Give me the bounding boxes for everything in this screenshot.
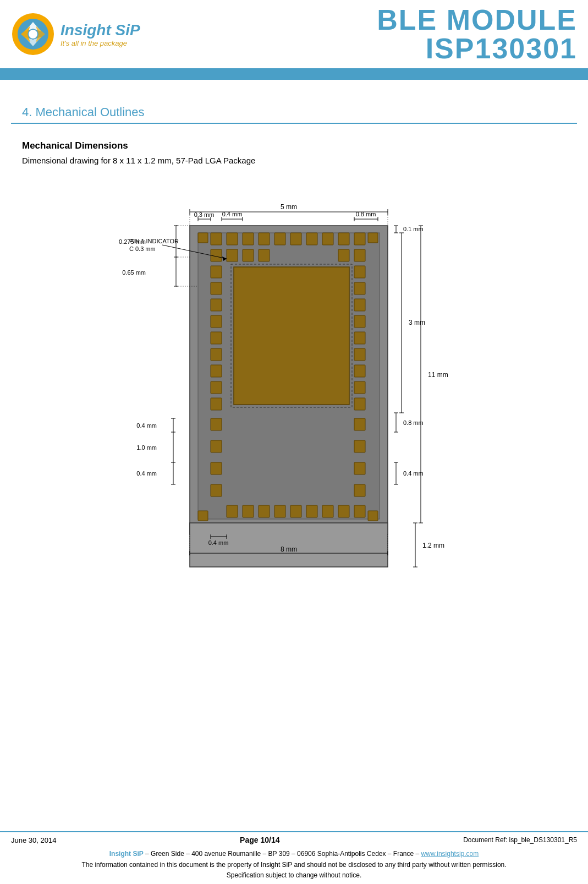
svg-text:3 mm: 3 mm <box>409 319 425 326</box>
svg-rect-19 <box>322 233 333 245</box>
svg-text:0.4 mm: 0.4 mm <box>222 211 242 217</box>
svg-rect-25 <box>259 249 270 261</box>
svg-rect-61 <box>338 505 349 517</box>
svg-text:5 mm: 5 mm <box>281 203 297 211</box>
page-footer: June 30, 2014 Page 10/14 Document Ref: i… <box>0 831 588 884</box>
svg-text:0.8 mm: 0.8 mm <box>403 419 424 426</box>
svg-rect-62 <box>354 505 365 517</box>
section-heading: 4. Mechanical Outlines <box>11 102 577 124</box>
svg-rect-13 <box>227 233 238 245</box>
svg-rect-42 <box>354 348 365 361</box>
mechanical-drawing: 5 mm 0.3 mm 0.4 mm 0.8 mm 0.1 mm <box>96 182 492 611</box>
svg-rect-43 <box>354 365 365 377</box>
svg-rect-51 <box>354 440 365 452</box>
svg-point-6 <box>29 30 37 39</box>
svg-rect-40 <box>354 315 365 328</box>
logo-area: Insight SiP It's all in the package <box>11 12 140 56</box>
page-header: Insight SiP It's all in the package BLE … <box>0 0 588 70</box>
section-title: 4. Mechanical Outlines <box>22 105 566 119</box>
svg-rect-15 <box>259 233 270 245</box>
svg-rect-48 <box>211 462 222 474</box>
svg-rect-16 <box>274 233 285 245</box>
brand-tagline: It's all in the package <box>61 39 140 47</box>
svg-rect-63 <box>198 233 208 243</box>
svg-text:0.8 mm: 0.8 mm <box>355 211 376 217</box>
svg-rect-30 <box>211 299 222 311</box>
drawing-container: 5 mm 0.3 mm 0.4 mm 0.8 mm 0.1 mm <box>22 182 566 611</box>
logo-text: Insight SiP It's all in the package <box>61 21 140 47</box>
svg-rect-65 <box>198 511 208 521</box>
company-logo <box>11 12 55 56</box>
footer-line3: Specification subject to change without … <box>11 870 577 881</box>
svg-rect-14 <box>243 233 254 245</box>
svg-text:1.2 mm: 1.2 mm <box>422 542 444 549</box>
svg-rect-20 <box>338 233 349 245</box>
footer-doc-ref: Document Ref: isp_ble_DS130301_R5 <box>463 836 577 844</box>
svg-rect-26 <box>338 249 349 261</box>
svg-rect-28 <box>211 266 222 278</box>
svg-rect-54 <box>227 505 238 517</box>
footer-brand: Insight SiP <box>109 850 144 858</box>
footer-website: www.insightsip.com <box>421 850 479 858</box>
svg-rect-47 <box>211 440 222 452</box>
footer-top: June 30, 2014 Page 10/14 Document Ref: i… <box>0 832 588 848</box>
svg-marker-23 <box>227 249 238 261</box>
svg-rect-31 <box>211 315 222 328</box>
svg-rect-21 <box>354 233 365 245</box>
svg-rect-59 <box>306 505 317 517</box>
footer-date: June 30, 2014 <box>11 836 56 844</box>
svg-rect-39 <box>354 299 365 311</box>
svg-text:0.3 mm: 0.3 mm <box>194 211 214 218</box>
svg-rect-33 <box>211 348 222 361</box>
svg-rect-17 <box>290 233 301 245</box>
svg-text:C 0.3 mm: C 0.3 mm <box>129 245 156 252</box>
svg-text:1.0 mm: 1.0 mm <box>136 444 157 451</box>
product-line1: BLE MODULE <box>377 6 577 34</box>
svg-text:0.65 mm: 0.65 mm <box>122 269 146 276</box>
svg-text:11 mm: 11 mm <box>428 371 448 379</box>
svg-rect-49 <box>211 484 222 496</box>
svg-text:0.1 mm: 0.1 mm <box>403 226 424 232</box>
svg-rect-41 <box>354 332 365 344</box>
svg-rect-36 <box>211 398 222 410</box>
svg-text:0.4 mm: 0.4 mm <box>136 422 157 429</box>
mechanical-description: Dimensional drawing for 8 x 11 x 1.2 mm,… <box>22 156 566 165</box>
footer-line2: The information contained in this docume… <box>11 860 577 870</box>
svg-rect-50 <box>354 418 365 430</box>
main-content: Mechanical Dimensions Dimensional drawin… <box>0 140 588 611</box>
footer-line1: Insight SiP – Green Side – 400 avenue Ro… <box>11 849 577 859</box>
svg-rect-44 <box>354 381 365 394</box>
svg-rect-55 <box>243 505 254 517</box>
svg-rect-56 <box>259 505 270 517</box>
svg-rect-35 <box>211 381 222 394</box>
footer-bottom: Insight SiP – Green Side – 400 avenue Ro… <box>0 848 588 884</box>
svg-rect-64 <box>368 233 378 243</box>
svg-rect-46 <box>211 418 222 430</box>
svg-rect-58 <box>290 505 301 517</box>
svg-rect-52 <box>354 462 365 474</box>
mechanical-heading: Mechanical Dimensions <box>22 140 566 151</box>
svg-rect-12 <box>211 233 222 245</box>
svg-rect-66 <box>368 511 378 521</box>
footer-line1-text: – Green Side – 400 avenue Roumanille – B… <box>144 850 421 858</box>
svg-rect-32 <box>211 332 222 344</box>
svg-rect-27 <box>354 249 365 261</box>
svg-rect-57 <box>274 505 285 517</box>
svg-rect-45 <box>354 398 365 410</box>
svg-rect-24 <box>243 249 254 261</box>
svg-rect-34 <box>211 365 222 377</box>
svg-rect-38 <box>354 282 365 294</box>
svg-rect-60 <box>322 505 333 517</box>
svg-text:0.4 mm: 0.4 mm <box>136 470 157 477</box>
svg-text:8 mm: 8 mm <box>281 545 297 553</box>
svg-rect-10 <box>234 267 349 405</box>
svg-rect-53 <box>354 484 365 496</box>
svg-rect-29 <box>211 282 222 294</box>
product-title: BLE MODULE ISP130301 <box>377 6 577 63</box>
header-band <box>0 70 588 80</box>
svg-text:0.4 mm: 0.4 mm <box>208 539 228 546</box>
product-line2: ISP130301 <box>377 34 577 63</box>
footer-page: Page 10/14 <box>240 836 279 844</box>
svg-rect-37 <box>354 266 365 278</box>
svg-text:PIN 1 INDICATOR: PIN 1 INDICATOR <box>129 238 179 244</box>
